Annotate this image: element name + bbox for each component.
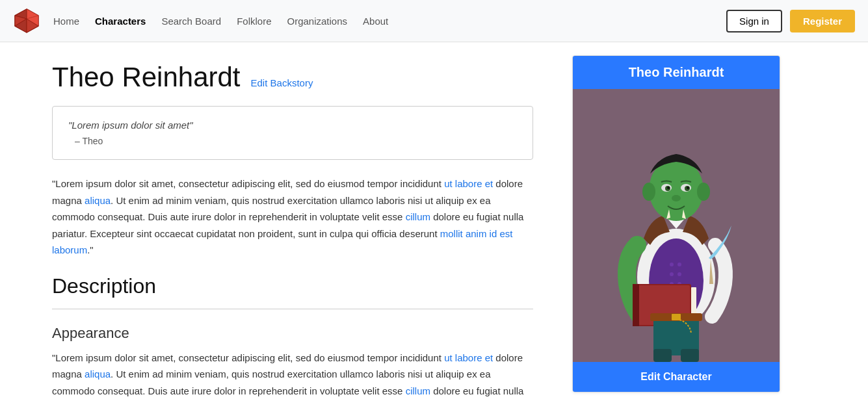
nav-item-search-board[interactable]: Search Board <box>161 16 221 27</box>
sidebar-panel: Theo Reinhardt <box>572 42 793 399</box>
section-divider <box>52 309 533 309</box>
svg-point-22 <box>667 187 670 189</box>
appearance-heading: Appearance <box>52 325 533 342</box>
link-7[interactable]: cillum <box>406 385 430 396</box>
edit-backstory-link[interactable]: Edit Backstory <box>251 77 313 88</box>
link-1[interactable]: ut labore et <box>444 178 493 189</box>
character-illustration <box>588 89 764 362</box>
navbar: Home Characters Search Board Folklore Or… <box>0 0 868 42</box>
svg-point-9 <box>670 263 674 266</box>
svg-rect-27 <box>633 284 639 326</box>
svg-rect-31 <box>672 314 681 320</box>
quote-text: "Lorem ipsum dolor sit amet" <box>68 120 517 131</box>
link-2[interactable]: aliqua <box>85 195 111 206</box>
site-logo[interactable] <box>13 7 40 34</box>
main-container: Theo Reinhardt Edit Backstory "Lorem ips… <box>0 42 868 399</box>
nav-item-characters[interactable]: Characters <box>95 16 146 27</box>
svg-point-10 <box>677 263 681 266</box>
edit-character-button[interactable]: Edit Character <box>573 362 780 392</box>
link-3[interactable]: cillum <box>406 211 430 222</box>
page-title-row: Theo Reinhardt Edit Backstory <box>52 62 533 93</box>
character-card: Theo Reinhardt <box>572 55 780 393</box>
quote-box: "Lorem ipsum dolor sit amet" – Theo <box>52 106 533 160</box>
register-button[interactable]: Register <box>790 10 855 32</box>
body-paragraph-2: "Lorem ipsum dolor sit amet, consectetur… <box>52 350 533 400</box>
body-paragraph-1: "Lorem ipsum dolor sit amet, consectetur… <box>52 175 533 259</box>
link-4[interactable]: mollit anim id est laborum <box>52 228 512 256</box>
character-card-image <box>573 89 780 362</box>
svg-rect-32 <box>653 349 672 362</box>
nav-item-organizations[interactable]: Organizations <box>287 16 348 27</box>
svg-point-11 <box>670 272 674 276</box>
nav-item-folklore[interactable]: Folklore <box>237 16 271 27</box>
svg-point-23 <box>687 187 689 189</box>
link-6[interactable]: aliqua <box>85 368 111 380</box>
description-heading: Description <box>52 274 533 298</box>
signin-button[interactable]: Sign in <box>726 10 782 32</box>
content-area: Theo Reinhardt Edit Backstory "Lorem ips… <box>0 42 572 399</box>
svg-point-16 <box>642 183 655 201</box>
navbar-actions: Sign in Register <box>726 10 855 32</box>
nav-item-about[interactable]: About <box>363 16 388 27</box>
svg-point-12 <box>677 272 681 276</box>
link-5[interactable]: ut labore et <box>444 352 493 363</box>
character-card-header: Theo Reinhardt <box>573 56 780 89</box>
svg-point-17 <box>697 183 710 201</box>
nav-links: Home Characters Search Board Folklore Or… <box>53 16 726 27</box>
svg-point-24 <box>672 195 681 201</box>
nav-item-home[interactable]: Home <box>53 16 79 27</box>
page-title: Theo Reinhardt <box>52 62 241 93</box>
quote-attribution: – Theo <box>68 136 517 146</box>
svg-rect-33 <box>681 349 699 362</box>
